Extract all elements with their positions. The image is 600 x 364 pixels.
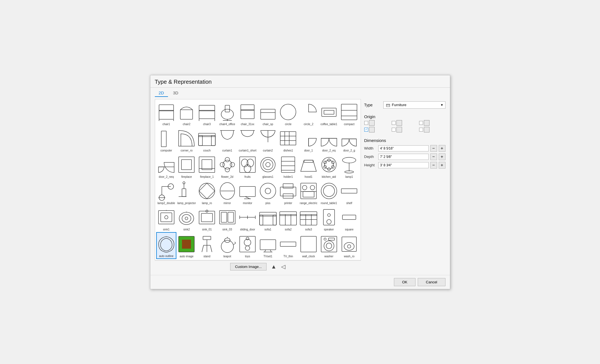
item-coffee_table1[interactable]: coffee_table1 (319, 101, 339, 127)
depth-input[interactable] (378, 154, 429, 160)
svg-rect-126 (260, 215, 263, 225)
depth-increase-button[interactable]: + (439, 153, 445, 160)
item-label-lamp1: lamp1 (345, 175, 353, 179)
item-flower_2d[interactable]: flower_2d (217, 153, 237, 179)
item-monitor[interactable]: monitor (237, 179, 258, 206)
height-increase-button[interactable]: + (439, 162, 445, 169)
height-decrease-button[interactable]: − (430, 162, 437, 169)
item-couch[interactable]: couch (197, 127, 217, 153)
item-chair_31xx[interactable]: chair_31xx (237, 101, 258, 127)
item-mirror[interactable]: mirror (217, 179, 237, 206)
svg-rect-42 (181, 160, 192, 170)
item-sofa1[interactable]: sofa1 (258, 206, 278, 232)
origin-checkbox-tr[interactable] (419, 121, 423, 125)
dialog-title: Type & Representation (150, 75, 450, 88)
item-sofa2[interactable]: sofa2 (278, 206, 298, 232)
item-glasses1[interactable]: glasses1 (258, 153, 278, 179)
tab-2d[interactable]: 2D (155, 89, 168, 97)
item-label-sink1: sink1 (163, 228, 169, 231)
item-washer[interactable]: washer (319, 232, 339, 259)
item-shelf[interactable]: shelf (339, 179, 359, 206)
item-stand[interactable]: stand (197, 232, 217, 259)
item-sink1[interactable]: sink1 (156, 206, 177, 232)
origin-cell-tr (419, 120, 445, 126)
origin-cube-mc (396, 127, 402, 132)
item-sink_01[interactable]: sink_01 (197, 206, 217, 232)
item-door_2_neq[interactable]: door_2_neq (156, 153, 177, 179)
item-fireplace_1[interactable]: fireplace_1 (197, 153, 217, 179)
item-chair3[interactable]: chair3 (197, 101, 217, 127)
custom-image-button[interactable]: Custom Image... (230, 263, 266, 270)
origin-section: Origin (364, 112, 445, 132)
svg-line-91 (245, 197, 250, 199)
type-dropdown[interactable]: Furniture ▾ (383, 101, 445, 109)
item-chair1[interactable]: chair1 (156, 101, 177, 127)
item-wash_ro[interactable]: wash_ro (339, 232, 359, 259)
width-input[interactable] (378, 145, 429, 151)
item-label-fireplace_1: fireplace_1 (200, 175, 214, 179)
item-range_electric[interactable]: range_electric (298, 179, 319, 206)
item-lamp1[interactable]: lamp1 (339, 153, 359, 179)
depth-decrease-button[interactable]: − (430, 153, 437, 160)
item-lamp_projector[interactable]: lamp_projector (176, 179, 197, 206)
svg-rect-26 (211, 136, 215, 146)
width-increase-button[interactable]: + (439, 145, 445, 152)
item-curtain1_short[interactable]: curtain1_short (237, 127, 258, 153)
item-door_1[interactable]: door_1 (298, 127, 319, 153)
item-TV_thin[interactable]: TV_thin (278, 232, 298, 259)
item-door_2_g[interactable]: door_2_g (339, 127, 359, 153)
item-teapot[interactable]: teapot (217, 232, 237, 259)
origin-checkbox-mc[interactable] (392, 128, 396, 132)
svg-point-17 (280, 104, 296, 120)
ok-button[interactable]: OK (394, 278, 415, 286)
item-circle_2[interactable]: circle_2 (298, 101, 319, 127)
tab-3d[interactable]: 3D (169, 89, 182, 97)
item-toys[interactable]: toys (237, 232, 258, 259)
height-input[interactable] (378, 162, 429, 168)
item-square[interactable]: square (339, 206, 359, 232)
item-sliding_door[interactable]: sliding_door (237, 206, 258, 232)
item-auto_image[interactable]: auto image (176, 232, 197, 259)
item-sink2[interactable]: sink2 (176, 206, 197, 232)
item-sofa3[interactable]: sofa3 (298, 206, 319, 232)
flip-vertical-icon[interactable]: ◁ (281, 263, 285, 270)
item-chair_sp[interactable]: chair_sp (258, 101, 278, 127)
item-chair4_office[interactable]: chair4_office (217, 101, 237, 127)
item-kitchen_aid[interactable]: kitchen_aid (319, 153, 339, 179)
width-decrease-button[interactable]: − (430, 145, 437, 152)
item-round_table1[interactable]: round_table1 (319, 179, 339, 206)
item-holder1[interactable]: holder1 (278, 153, 298, 179)
item-printer[interactable]: printer (278, 179, 298, 206)
origin-checkbox-tc[interactable] (392, 121, 396, 125)
item-computer[interactable]: computer (156, 127, 177, 153)
item-piss[interactable]: piss (258, 179, 278, 206)
item-auto_outline[interactable]: auto outline (156, 232, 177, 259)
depth-row: Depth − + (364, 153, 445, 160)
item-fruits[interactable]: fruits (237, 153, 258, 179)
item-circle[interactable]: circle (278, 101, 298, 127)
item-fireplace[interactable]: fireplace (176, 153, 197, 179)
width-row: Width − + (364, 145, 445, 152)
svg-point-110 (179, 212, 194, 225)
item-corner_ro[interactable]: corner_ro (176, 127, 197, 153)
origin-checkbox-tl[interactable] (364, 121, 368, 125)
svg-rect-43 (199, 157, 215, 172)
item-dishes1[interactable]: dishes1 (278, 127, 298, 153)
item-lamp2_double[interactable]: lamp2_double (156, 179, 177, 206)
item-wall_clock[interactable]: wall_clock (298, 232, 319, 259)
origin-checkbox-ml[interactable] (364, 128, 368, 132)
item-sink_03[interactable]: sink_03 (217, 206, 237, 232)
item-curtain2[interactable]: curtain2 (258, 127, 278, 153)
item-TVset1[interactable]: TVset1 (258, 232, 278, 259)
origin-checkbox-mr[interactable] (419, 128, 423, 132)
width-label: Width (364, 146, 377, 150)
flip-horizontal-icon[interactable]: ▲ (271, 263, 277, 270)
item-lamp_ro[interactable]: lamp_ro (197, 179, 217, 206)
item-door_2_eq[interactable]: door_2_eq (319, 127, 339, 153)
item-speaker[interactable]: speaker (319, 206, 339, 232)
item-compact[interactable]: compact (339, 101, 359, 127)
item-hood1[interactable]: hood1 (298, 153, 319, 179)
cancel-button[interactable]: Cancel (418, 278, 445, 286)
item-chair2[interactable]: chair2 (176, 101, 197, 127)
item-curtain1[interactable]: curtain1 (217, 127, 237, 153)
